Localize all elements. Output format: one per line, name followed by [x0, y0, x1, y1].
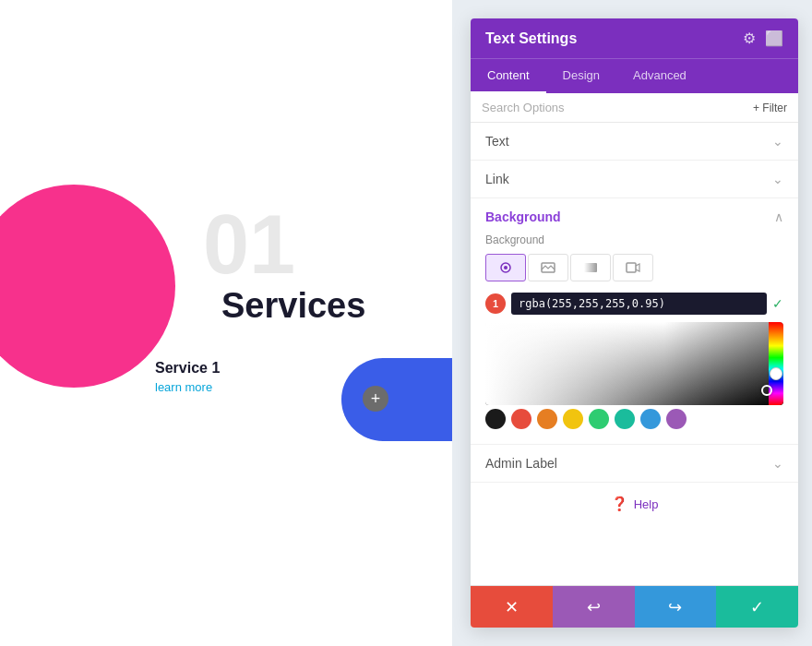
fullscreen-icon[interactable]: ⬜ — [765, 30, 783, 47]
link-section-label: Link — [485, 172, 509, 186]
swatch-yellow[interactable] — [563, 409, 583, 429]
text-settings-panel: Text Settings ⚙ ⬜ Content Design Advance… — [471, 18, 798, 628]
text-section-label: Text — [485, 134, 509, 149]
panel-title: Text Settings — [485, 30, 577, 47]
bg-tab-image[interactable] — [528, 254, 568, 281]
tab-design[interactable]: Design — [546, 59, 616, 93]
text-section[interactable]: Text ⌄ — [471, 123, 798, 161]
canvas-area: 01 Services Service 1 learn more + — [0, 0, 452, 646]
undo-icon: ↩ — [587, 597, 601, 617]
background-number: 01 — [203, 203, 295, 286]
swatch-orange[interactable] — [537, 409, 557, 429]
decorative-circle — [0, 185, 175, 388]
color-value-input[interactable]: rgba(255,255,255,0.95) — [511, 293, 767, 315]
decorative-shape — [341, 358, 452, 441]
settings-icon[interactable]: ⚙ — [743, 30, 756, 47]
swatch-teal[interactable] — [615, 409, 635, 429]
learn-more-link[interactable]: learn more — [155, 380, 220, 394]
search-placeholder[interactable]: Search Options — [482, 101, 565, 114]
page-section-title: Services — [221, 286, 365, 326]
bg-tab-color[interactable] — [485, 254, 526, 281]
panel-header: Text Settings ⚙ ⬜ — [471, 18, 798, 58]
save-button[interactable]: ✓ — [716, 586, 798, 628]
color-swatches — [485, 409, 783, 429]
cancel-button[interactable]: ✕ — [471, 586, 553, 628]
admin-label-section[interactable]: Admin Label ⌄ — [471, 445, 798, 483]
search-bar: Search Options + Filter — [471, 93, 798, 123]
background-section-header: Background ∧ — [485, 209, 783, 224]
undo-button[interactable]: ↩ — [553, 586, 635, 628]
panel-header-actions: ⚙ ⬜ — [743, 30, 783, 47]
panel-footer: ✕ ↩ ↪ ✓ — [471, 585, 798, 628]
svg-rect-3 — [584, 263, 597, 272]
background-sub-label: Background — [485, 233, 783, 246]
background-section-toggle[interactable]: ∧ — [774, 209, 783, 224]
admin-label-arrow: ⌄ — [772, 456, 783, 471]
bg-tab-gradient[interactable] — [570, 254, 611, 281]
color-picker-gradient[interactable] — [485, 322, 783, 405]
background-section-title: Background — [485, 209, 561, 224]
redo-button[interactable]: ↪ — [635, 586, 717, 628]
bg-tab-video[interactable] — [613, 254, 653, 281]
background-type-tabs — [485, 254, 783, 281]
image-tab-icon — [541, 260, 555, 275]
swatch-red[interactable] — [511, 409, 531, 429]
filter-label: + Filter — [753, 102, 787, 114]
background-section: Background ∧ Background — [471, 198, 798, 445]
cancel-icon: ✕ — [505, 597, 519, 617]
gradient-tab-icon — [583, 260, 598, 275]
admin-label-text: Admin Label — [485, 456, 557, 471]
svg-point-1 — [504, 266, 508, 269]
color-tab-icon — [498, 260, 513, 275]
video-tab-icon — [626, 260, 640, 275]
color-confirm-icon[interactable]: ✓ — [772, 296, 783, 311]
redo-icon: ↪ — [668, 597, 682, 617]
save-icon: ✓ — [750, 597, 764, 617]
svg-rect-4 — [627, 263, 636, 272]
hue-thumb[interactable] — [770, 367, 782, 380]
help-text: Help — [634, 497, 659, 511]
link-section[interactable]: Link ⌄ — [471, 161, 798, 198]
panel-tabs: Content Design Advanced — [471, 58, 798, 93]
swatch-purple[interactable] — [666, 409, 687, 429]
swatch-green[interactable] — [589, 409, 609, 429]
service-name: Service 1 — [155, 360, 220, 377]
swatch-black[interactable] — [485, 409, 506, 429]
color-input-row: 1 rgba(255,255,255,0.95) ✓ — [485, 293, 783, 315]
link-section-arrow: ⌄ — [772, 172, 783, 186]
color-badge-number: 1 — [485, 293, 506, 314]
service-card: Service 1 learn more — [155, 360, 220, 394]
color-picker-handle[interactable] — [761, 385, 772, 396]
help-row[interactable]: ❓ Help — [471, 483, 798, 525]
swatch-blue[interactable] — [640, 409, 661, 429]
add-element-button[interactable]: + — [363, 386, 388, 412]
panel-body: Text ⌄ Link ⌄ Background ∧ Background — [471, 123, 798, 585]
filter-button[interactable]: + Filter — [753, 102, 787, 114]
tab-advanced[interactable]: Advanced — [616, 59, 703, 93]
help-icon: ❓ — [611, 496, 628, 512]
text-section-arrow: ⌄ — [772, 134, 783, 149]
tab-content[interactable]: Content — [471, 59, 546, 93]
